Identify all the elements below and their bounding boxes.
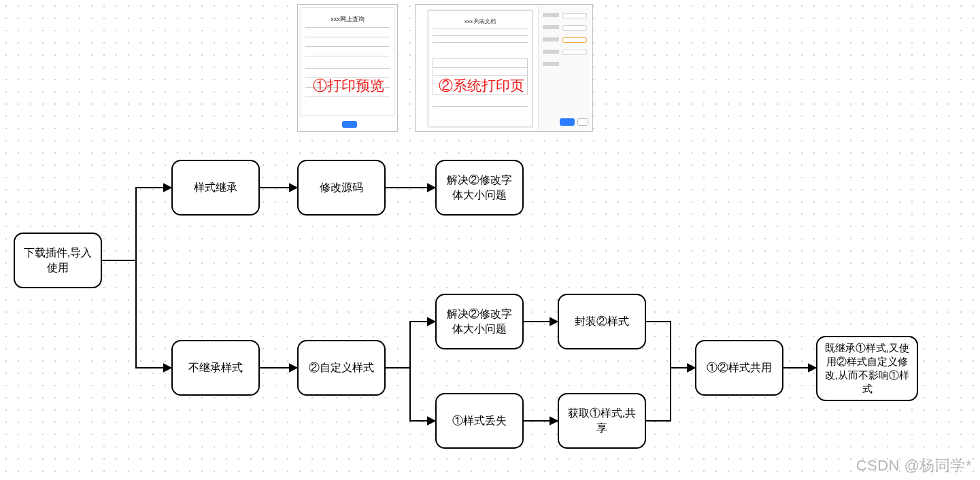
node-custom-style: ②自定义样式 <box>297 340 386 396</box>
thumb2-side-panel <box>538 6 591 130</box>
thumb2-red-label: ②系统打印页 <box>439 76 524 95</box>
node-wrap-style: 封装②样式 <box>558 294 646 349</box>
node-solve-font-2: 解决②修改字体大小问题 <box>435 294 524 349</box>
thumbnail-system-print: xxx 列表文档 ②系统打印页 <box>415 4 593 132</box>
node-style-lost: ①样式丢失 <box>435 393 524 449</box>
node-start: 下载插件,导入使用 <box>14 233 102 288</box>
thumb1-red-label: ①打印预览 <box>313 76 384 95</box>
thumb1-title: xxx网上查询 <box>301 15 394 24</box>
node-inherit-style: 样式继承 <box>171 160 260 216</box>
thumb2-title: xxx 列表文档 <box>428 18 532 25</box>
node-final: 既继承①样式,又使用②样式自定义修改,从而不影响①样式 <box>816 336 918 401</box>
node-get-share: 获取①样式,共享 <box>558 393 646 449</box>
thumbnail-print-preview: xxx网上查询 ①打印预览 <box>297 4 398 132</box>
node-solve-font-1: 解决②修改字体大小问题 <box>435 160 524 216</box>
node-no-inherit: 不继承样式 <box>171 340 260 396</box>
node-both-style: ①②样式共用 <box>695 340 783 396</box>
node-modify-source: 修改源码 <box>297 160 386 216</box>
